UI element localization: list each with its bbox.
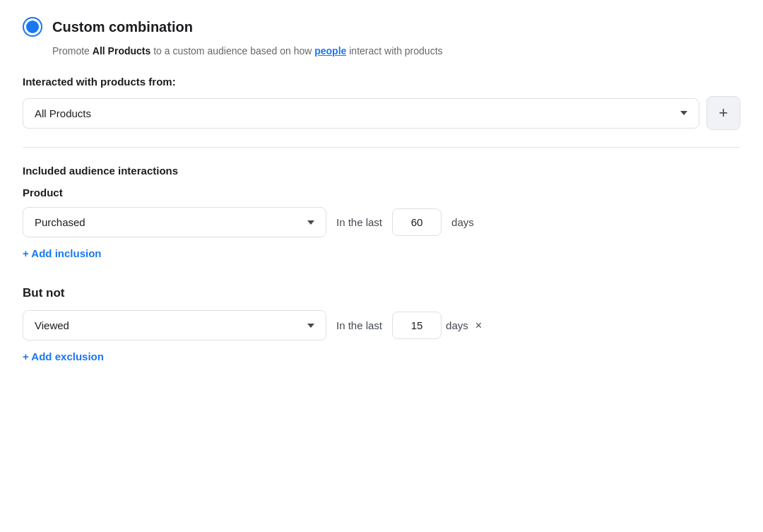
but-not-section: But not Viewed In the last days × + Add … <box>23 286 740 382</box>
viewed-dropdown[interactable]: Viewed <box>23 310 326 341</box>
add-exclusion-link[interactable]: + Add exclusion <box>23 350 104 362</box>
people-link[interactable]: people <box>314 45 346 57</box>
included-audience-label: Included audience interactions <box>23 165 740 177</box>
subtitle-before: Promote <box>52 45 93 57</box>
all-products-dropdown[interactable]: All Products <box>23 98 699 129</box>
subtitle-middle: to a custom audience based on how <box>150 45 314 57</box>
days-input-exclusion[interactable] <box>392 312 442 339</box>
product-from-row: All Products + <box>23 96 740 130</box>
in-the-last-label: In the last <box>336 216 382 228</box>
header-row: Custom combination <box>23 17 740 37</box>
in-the-last-label-exclusion: In the last <box>336 319 382 331</box>
viewed-value: Viewed <box>35 319 69 331</box>
plus-icon: + <box>719 104 728 122</box>
exclusion-row: Viewed In the last days × <box>23 310 740 341</box>
remove-exclusion-button[interactable]: × <box>475 319 482 332</box>
days-label-inclusion: days <box>451 216 474 228</box>
inclusion-row: Purchased In the last days <box>23 207 740 237</box>
page-title: Custom combination <box>52 19 193 35</box>
chevron-down-icon <box>680 111 687 115</box>
subtitle-after: interact with products <box>346 45 442 57</box>
radio-button[interactable] <box>23 17 42 37</box>
interacted-label: Interacted with products from: <box>23 76 740 88</box>
subtitle-bold: All Products <box>93 45 150 57</box>
days-x-group: days × <box>392 312 482 339</box>
purchased-dropdown[interactable]: Purchased <box>23 207 326 237</box>
add-product-button[interactable]: + <box>706 96 740 130</box>
radio-inner <box>26 20 39 33</box>
subtitle: Promote All Products to a custom audienc… <box>52 44 740 59</box>
section-divider <box>23 147 740 148</box>
add-inclusion-link[interactable]: + Add inclusion <box>23 247 102 259</box>
all-products-value: All Products <box>35 107 91 119</box>
purchased-value: Purchased <box>35 216 85 228</box>
but-not-label: But not <box>23 286 740 300</box>
chevron-down-icon <box>307 220 314 225</box>
days-label-exclusion: days <box>446 319 468 331</box>
days-input-inclusion[interactable] <box>392 208 442 236</box>
product-label: Product <box>23 187 740 199</box>
chevron-down-icon <box>307 324 314 328</box>
